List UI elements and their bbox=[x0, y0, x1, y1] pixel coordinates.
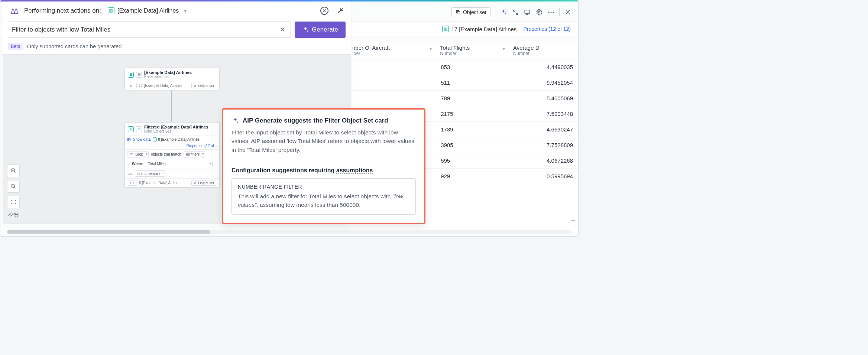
node-filter-object-set[interactable]: Filtered [Example Data] Airlines Filter … bbox=[124, 122, 220, 188]
num-prefix: 123 bbox=[127, 172, 133, 176]
prompt-input[interactable]: Filter to objects with low Total Miles ✕ bbox=[8, 22, 291, 38]
node-title: [Example Data] Airlines bbox=[144, 70, 192, 75]
svg-rect-1 bbox=[456, 10, 459, 13]
tag-label: Object set bbox=[198, 181, 214, 185]
dataset-icon bbox=[153, 137, 157, 141]
dataset-selector[interactable]: [Example Data] Airlines ▼ bbox=[108, 7, 187, 14]
cell-avg: 5.4005069 bbox=[509, 91, 578, 106]
svg-rect-12 bbox=[130, 74, 131, 75]
object-set-button[interactable]: Object set bbox=[451, 7, 490, 17]
cell-avg: 4.4490035 bbox=[509, 59, 578, 75]
cell-avg: 4.6630247 bbox=[509, 122, 578, 137]
show-data-link[interactable]: Show data bbox=[133, 137, 150, 141]
more-icon[interactable]: ⋯ bbox=[212, 72, 216, 77]
cell-flights: 2175 bbox=[435, 106, 509, 122]
dataset-chip: 17 [Example Data] Airlines bbox=[442, 26, 516, 32]
zoom-fit-button[interactable] bbox=[7, 196, 20, 208]
generate-button[interactable]: Generate bbox=[295, 22, 346, 38]
sk-tag: SK bbox=[128, 180, 137, 186]
divider bbox=[223, 161, 424, 161]
svg-point-3 bbox=[538, 12, 540, 13]
table-row[interactable]: 7895.4005069 bbox=[348, 91, 578, 106]
svg-rect-9 bbox=[111, 9, 112, 10]
all-filters-select[interactable]: all filters bbox=[184, 151, 205, 157]
dataset-icon bbox=[108, 7, 114, 14]
column-header-avg[interactable]: Average D Number bbox=[509, 42, 578, 59]
cell-aircraft bbox=[348, 75, 435, 91]
node-footer-count: 17 [Example Data] Airlines bbox=[139, 84, 182, 88]
svg-rect-13 bbox=[131, 74, 132, 75]
column-name: Average D bbox=[513, 45, 540, 51]
properties-link[interactable]: Properties (12 of .. bbox=[187, 144, 217, 148]
svg-rect-22 bbox=[131, 129, 132, 130]
keep-select[interactable]: Keep bbox=[127, 151, 149, 157]
modal-title: Performing next actions on: bbox=[24, 7, 101, 14]
filter-icon bbox=[130, 153, 133, 156]
cell-flights: 929 bbox=[435, 169, 509, 184]
aip-suggestion-popover: AIP Generate suggests the Filter Object … bbox=[222, 108, 425, 224]
cell-flights: 853 bbox=[435, 59, 509, 75]
resize-handle-icon[interactable] bbox=[571, 217, 575, 221]
svg-rect-19 bbox=[130, 128, 131, 129]
chevron-down-icon[interactable]: ▼ bbox=[429, 47, 433, 51]
remove-icon[interactable]: − bbox=[215, 162, 217, 166]
copy-icon bbox=[194, 84, 197, 87]
popover-title: AIP Generate suggests the Filter Object … bbox=[243, 117, 388, 124]
clear-icon[interactable]: ✕ bbox=[278, 26, 287, 34]
cell-flights: 3905 bbox=[435, 137, 509, 153]
svg-rect-20 bbox=[131, 128, 132, 129]
chip-text: 8 [Example Data] Airlines bbox=[158, 137, 200, 141]
zoom-out-button[interactable] bbox=[7, 180, 20, 193]
more-icon[interactable]: ⋯ bbox=[547, 9, 555, 16]
table-row[interactable]: 8534.4490035 bbox=[348, 59, 578, 75]
object-set-tag: Object set bbox=[191, 180, 216, 186]
close-icon[interactable] bbox=[564, 9, 571, 16]
node-base-object-set[interactable]: [Example Data] Airlines Base object set … bbox=[124, 68, 220, 90]
column-type: Number bbox=[513, 51, 574, 58]
cell-avg: 7.7528809 bbox=[509, 137, 578, 153]
svg-rect-8 bbox=[110, 9, 111, 10]
where-label: Where bbox=[132, 162, 143, 166]
chevron-down-icon: ▼ bbox=[183, 9, 187, 13]
close-circle-icon[interactable] bbox=[320, 7, 328, 15]
subhead-text: Configuration suggestions requiring bbox=[231, 167, 336, 173]
column-name: nber Of Aircraft bbox=[352, 45, 390, 51]
aip-logo-icon bbox=[9, 7, 20, 15]
popover-subheading: Configuration suggestions requiring assu… bbox=[231, 167, 416, 174]
expand-icon[interactable] bbox=[512, 9, 519, 16]
svg-rect-18 bbox=[194, 85, 196, 86]
svg-rect-11 bbox=[111, 11, 112, 12]
svg-rect-23 bbox=[127, 138, 130, 141]
dataset-icon bbox=[128, 72, 134, 78]
operator-select[interactable]: is (numerical) bbox=[135, 170, 165, 177]
horizontal-scrollbar[interactable] bbox=[7, 230, 571, 234]
gear-icon[interactable] bbox=[535, 9, 543, 16]
svg-rect-4 bbox=[444, 27, 446, 29]
svg-rect-0 bbox=[457, 12, 460, 14]
beta-note: Only supported cards can be generated bbox=[27, 43, 122, 49]
scrollbar-thumb[interactable] bbox=[7, 230, 210, 234]
sparkle-icon bbox=[302, 26, 309, 33]
beta-badge: Beta bbox=[8, 43, 23, 50]
column-header-aircraft[interactable]: nber Of Aircraft ıber ▼ bbox=[348, 42, 435, 59]
cell-flights: 789 bbox=[435, 91, 509, 106]
toolbar-separator bbox=[495, 8, 495, 16]
cell-avg: 0.5995694 bbox=[509, 169, 578, 184]
zoom-in-button[interactable] bbox=[7, 165, 20, 177]
assumption-card[interactable]: NUMBER RANGE FILTER This will add a new … bbox=[231, 178, 416, 215]
svg-rect-6 bbox=[444, 29, 446, 30]
object-set-tag: Object set bbox=[191, 83, 216, 88]
chevron-down-icon[interactable]: ▼ bbox=[502, 47, 506, 51]
sf-tag: SF bbox=[128, 83, 137, 88]
where-field-select[interactable]: Total Miles bbox=[146, 161, 213, 167]
properties-link[interactable]: Properties (12 of 12) bbox=[523, 26, 571, 32]
sparkle-icon[interactable] bbox=[500, 9, 507, 16]
svg-rect-10 bbox=[110, 11, 111, 12]
svg-rect-7 bbox=[446, 29, 447, 30]
subhead-underlined: assumptions bbox=[336, 167, 373, 174]
table-row[interactable]: 5119.9452054 bbox=[348, 75, 578, 91]
table-icon bbox=[127, 138, 131, 141]
collapse-icon[interactable] bbox=[337, 7, 344, 14]
column-header-flights[interactable]: Total Flights Number ▼ bbox=[435, 42, 509, 59]
present-icon[interactable] bbox=[524, 9, 531, 16]
